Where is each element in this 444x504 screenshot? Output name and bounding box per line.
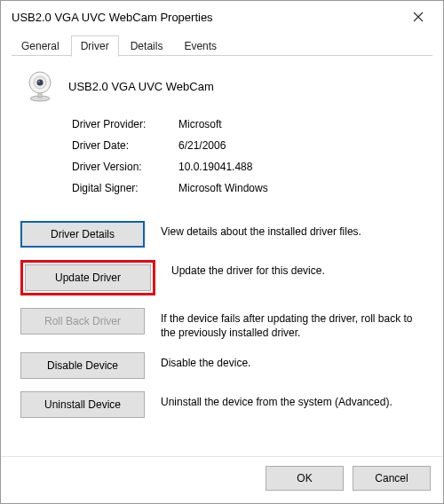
driver-provider-label: Driver Provider: <box>72 118 178 130</box>
tab-content: USB2.0 VGA UVC WebCam Driver Provider: M… <box>1 56 443 456</box>
roll-back-driver-desc: If the device fails after updating the d… <box>161 308 424 340</box>
driver-date-label: Driver Date: <box>72 139 178 152</box>
tab-general[interactable]: General <box>12 35 69 56</box>
window-title: USB2.0 VGA UVC WebCam Properties <box>12 11 400 24</box>
tab-driver[interactable]: Driver <box>71 35 119 57</box>
ok-button[interactable]: OK <box>266 466 344 491</box>
webcam-icon <box>24 70 56 102</box>
properties-dialog: USB2.0 VGA UVC WebCam Properties General… <box>0 0 444 504</box>
driver-version-value: 10.0.19041.488 <box>178 161 252 173</box>
device-header: USB2.0 VGA UVC WebCam <box>20 70 424 102</box>
device-name: USB2.0 VGA UVC WebCam <box>68 80 214 93</box>
svg-point-7 <box>38 81 40 83</box>
driver-details-button[interactable]: Driver Details <box>20 221 145 248</box>
driver-version-label: Driver Version: <box>72 161 178 173</box>
driver-provider-value: Microsoft <box>178 118 222 130</box>
update-driver-desc: Update the driver for this device. <box>171 260 424 278</box>
close-icon <box>413 12 424 22</box>
uninstall-device-button[interactable]: Uninstall Device <box>20 391 145 418</box>
driver-date-value: 6/21/2006 <box>178 139 226 152</box>
tab-events[interactable]: Events <box>174 35 226 56</box>
cancel-button[interactable]: Cancel <box>353 466 431 491</box>
titlebar: USB2.0 VGA UVC WebCam Properties <box>1 1 443 33</box>
driver-details-desc: View details about the installed driver … <box>161 221 424 239</box>
update-driver-button[interactable]: Update Driver <box>25 264 151 291</box>
disable-device-button[interactable]: Disable Device <box>20 352 145 379</box>
update-driver-highlight: Update Driver <box>20 260 155 295</box>
dialog-footer: OK Cancel <box>1 456 443 503</box>
driver-info: Driver Provider: Microsoft Driver Date: … <box>20 118 424 203</box>
disable-device-desc: Disable the device. <box>161 352 424 370</box>
uninstall-device-desc: Uninstall the device from the system (Ad… <box>161 391 424 409</box>
roll-back-driver-button: Roll Back Driver <box>20 308 145 335</box>
digital-signer-value: Microsoft Windows <box>178 182 268 194</box>
digital-signer-label: Digital Signer: <box>72 182 178 194</box>
tab-strip: General Driver Details Events <box>1 33 443 56</box>
driver-actions: Driver Details View details about the in… <box>20 221 424 430</box>
svg-point-6 <box>37 80 44 86</box>
tab-details[interactable]: Details <box>121 35 173 56</box>
close-button[interactable] <box>400 4 436 30</box>
